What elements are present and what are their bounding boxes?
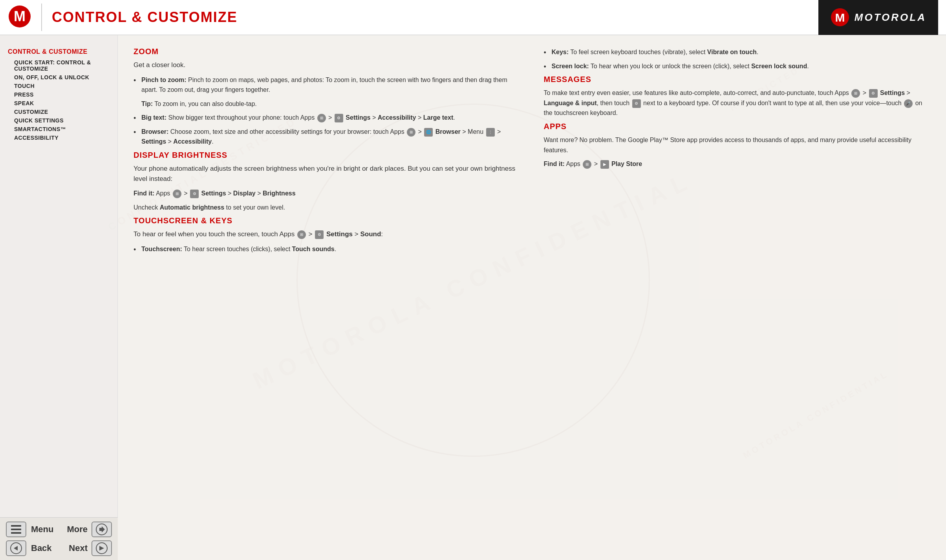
sidebar-item-control-customize[interactable]: CONTROL & CUSTOMIZE: [8, 47, 110, 57]
svg-rect-5: [11, 529, 21, 530]
svg-text:M: M: [835, 11, 845, 24]
messages-section: MESSAGES To make text entry even easier,…: [544, 75, 931, 118]
sidebar-item-on-off[interactable]: ON, OFF, LOCK & UNLOCK: [8, 73, 110, 82]
sidebar-item-customize[interactable]: CUSTOMIZE: [8, 108, 110, 116]
more-label: More: [67, 524, 88, 534]
apps-find-it: Find it: Apps ⊞ > ▶ Play Store: [544, 159, 931, 169]
touchscreen-keys-title: TOUCHSCREEN & KEYS: [134, 216, 520, 225]
svg-text:M: M: [14, 8, 26, 24]
settings-icon-4: ⚙: [869, 89, 878, 98]
browser-icon: 🌐: [424, 128, 433, 137]
svg-rect-4: [11, 525, 21, 527]
motorola-m-icon: M: [830, 7, 850, 27]
bullet-touchscreen: Touchscreen: To hear screen touches (cli…: [134, 244, 520, 254]
main-layout: CONTROL & CUSTOMIZE QUICK START: CONTROL…: [0, 35, 946, 560]
next-button[interactable]: [91, 540, 112, 556]
messages-title: MESSAGES: [544, 75, 931, 84]
apps-icon-1: ⊞: [317, 114, 326, 122]
menu-button[interactable]: [6, 522, 26, 537]
sidebar-item-press[interactable]: PRESS: [8, 90, 110, 99]
content-area: ZOOM Get a closer look. Pinch to zoom: P…: [118, 35, 946, 560]
more-icon: [95, 523, 108, 536]
svg-rect-8: [16, 525, 18, 527]
motorola-brand-area: M MOTOROLA: [818, 0, 938, 35]
display-brightness-title: DISPLAY BRIGHTNESS: [134, 151, 520, 160]
svg-marker-14: [99, 546, 104, 551]
continuation-bullets: Keys: To feel screen keyboard touches (v…: [544, 47, 931, 71]
menu-icon: [10, 524, 22, 535]
display-brightness-section: DISPLAY BRIGHTNESS Your phone automatica…: [134, 151, 520, 212]
sidebar-item-speak[interactable]: SPEAK: [8, 99, 110, 108]
touchscreen-keys-intro: To hear or feel when you touch the scree…: [134, 229, 520, 239]
bullet-screen-lock: Screen lock: To hear when you lock or un…: [544, 61, 931, 71]
svg-rect-6: [11, 532, 21, 534]
display-brightness-intro: Your phone automatically adjusts the scr…: [134, 164, 520, 184]
apps-icon-5: ⊞: [851, 89, 860, 98]
right-content-column: Keys: To feel screen keyboard touches (v…: [544, 47, 931, 548]
pinch-zoom-text: Pinch to zoom on maps, web pages, and ph…: [141, 77, 507, 93]
zoom-bullets: Pinch to zoom: Pinch to zoom on maps, we…: [134, 75, 520, 95]
apps-icon-4: ⊞: [297, 230, 306, 239]
browser-term: Browser:: [141, 128, 168, 135]
display-find-it: Find it: Apps ⊞ > ⚙ Settings > Display >…: [134, 188, 520, 199]
settings-icon-3: ⚙: [315, 230, 324, 239]
more-button[interactable]: [91, 522, 112, 537]
zoom-intro: Get a closer look.: [134, 60, 520, 70]
big-text-term: Big text:: [141, 114, 167, 121]
browser-body-2: >: [418, 128, 424, 135]
apps-icon-6: ⊞: [583, 160, 591, 169]
microphone-icon: 🎤: [904, 99, 913, 108]
touchscreen-term: Touchscreen:: [141, 246, 182, 252]
display-uncheck-text: Uncheck Automatic brightness to set your…: [134, 202, 520, 213]
sidebar-item-smartactions[interactable]: SMARTACTIONS™: [8, 125, 110, 133]
big-text-body: Show bigger text throughout your phone: …: [168, 114, 316, 121]
menu-label: Menu: [31, 524, 53, 534]
tip-line: Tip: To zoom in, you can also double-tap…: [141, 99, 520, 109]
apps-icon-3: ⊞: [173, 190, 181, 198]
continuation-bullets-section: Keys: To feel screen keyboard touches (v…: [544, 47, 931, 71]
screen-lock-body: To hear when you lock or unlock the scre…: [591, 63, 809, 69]
back-button[interactable]: [6, 540, 26, 556]
tip-label: Tip:: [141, 100, 153, 107]
sidebar: CONTROL & CUSTOMIZE QUICK START: CONTROL…: [0, 35, 118, 560]
sidebar-item-touch[interactable]: TOUCH: [8, 82, 110, 90]
big-text-body-2: >: [328, 114, 334, 121]
next-icon: [95, 542, 108, 555]
settings-icon-2: ⚙: [190, 190, 199, 198]
back-label: Back: [31, 543, 52, 553]
touchscreen-keys-section: TOUCHSCREEN & KEYS To hear or feel when …: [134, 216, 520, 254]
keys-term: Keys:: [552, 49, 569, 55]
bullet-big-text: Big text: Show bigger text throughout yo…: [134, 113, 520, 123]
svg-rect-7: [13, 525, 15, 527]
sidebar-item-quick-settings[interactable]: QUICK SETTINGS: [8, 116, 110, 125]
page-title: CONTROL & CUSTOMIZE: [52, 9, 238, 26]
next-label: Next: [69, 543, 88, 553]
svg-marker-12: [14, 546, 18, 551]
sidebar-item-accessibility[interactable]: ACCESSIBILITY: [8, 133, 110, 142]
zoom-section: ZOOM Get a closer look. Pinch to zoom: P…: [134, 47, 520, 147]
browser-body-3: Browser > Menu: [435, 128, 485, 135]
header: M CONTROL & CUSTOMIZE M MOTOROLA: [0, 0, 946, 35]
menu-nav-row: Menu More: [6, 522, 112, 537]
svg-marker-10: [99, 526, 105, 533]
motorola-brand-label: MOTOROLA: [855, 11, 926, 24]
play-store-icon: ▶: [600, 160, 609, 169]
sidebar-item-quick-start[interactable]: QUICK START: CONTROL & CUSTOMIZE: [8, 58, 110, 73]
pinch-zoom-term: Pinch to zoom:: [141, 77, 187, 83]
touchscreen-body: To hear screen touches (clicks), select …: [184, 246, 336, 252]
bullet-pinch-to-zoom: Pinch to zoom: Pinch to zoom on maps, we…: [134, 75, 520, 95]
gear-settings-icon: ⚙: [632, 99, 641, 108]
apps-body: Want more? No problem. The Google Play™ …: [544, 135, 931, 155]
screen-lock-term: Screen lock:: [552, 63, 589, 69]
back-icon: [10, 542, 22, 555]
keys-body: To feel screen keyboard touches (vibrate…: [570, 49, 758, 55]
header-divider: [41, 4, 42, 31]
messages-body: To make text entry even easier, use feat…: [544, 88, 931, 118]
apps-section: APPS Want more? No problem. The Google P…: [544, 122, 931, 169]
zoom-bullets-2: Big text: Show bigger text throughout yo…: [134, 113, 520, 147]
bullet-keys: Keys: To feel screen keyboard touches (v…: [544, 47, 931, 57]
back-nav-row: Back Next: [6, 540, 112, 556]
touchscreen-bullets: Touchscreen: To hear screen touches (cli…: [134, 244, 520, 254]
bottom-navigation: Menu More: [0, 517, 118, 560]
big-text-body-3: Settings > Accessibility > Large text.: [346, 114, 455, 121]
